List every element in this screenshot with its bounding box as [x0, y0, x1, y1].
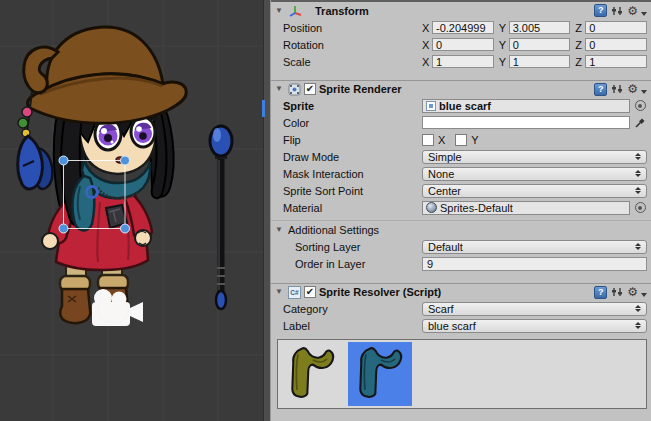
label-dropdown[interactable]: blue scarf: [422, 319, 647, 333]
presets-icon[interactable]: [611, 83, 623, 95]
material-sphere-icon: [426, 202, 437, 213]
order-in-layer-input[interactable]: 9: [422, 257, 647, 271]
panel-divider[interactable]: [263, 0, 271, 421]
component-enabled-checkbox[interactable]: ✔: [304, 286, 316, 298]
flip-y-label: Y: [471, 134, 478, 146]
component-title: Sprite Renderer: [319, 83, 402, 95]
mask-interaction-row: Mask Interaction None: [271, 165, 651, 182]
category-dropdown[interactable]: Scarf: [422, 302, 647, 316]
y-axis-label: Y: [499, 39, 507, 51]
sprite-resolver-header[interactable]: ▼ C# ✔ Sprite Resolver (Script) ? ⚙: [271, 283, 651, 300]
help-icon[interactable]: ?: [594, 286, 607, 299]
color-swatch[interactable]: [422, 116, 630, 129]
green-scarf-sprite: [282, 344, 342, 404]
flip-x-label: X: [438, 134, 445, 146]
transform-row-position: Position X -0.204999 Y 3.005 Z 0: [271, 19, 651, 36]
position-z-input[interactable]: 0: [585, 21, 647, 34]
foldout-icon[interactable]: ▼: [275, 287, 285, 297]
category-row: Category Scarf: [271, 300, 651, 317]
gear-icon[interactable]: ⚙: [627, 286, 638, 298]
mask-interaction-dropdown[interactable]: None: [422, 167, 647, 181]
sprite-thumbnail-icon: [426, 101, 436, 111]
rotation-z-input[interactable]: 0: [585, 38, 647, 51]
component-title: Sprite Resolver (Script): [319, 286, 441, 298]
position-y-input[interactable]: 3.005: [509, 21, 571, 34]
sprite-variant-list: [277, 339, 647, 409]
gear-icon[interactable]: ⚙: [627, 83, 638, 95]
flip-y-checkbox[interactable]: .: [455, 134, 467, 146]
rotation-label: Rotation: [283, 39, 422, 51]
inspector-panel: ▼ Transform ? ⚙ Position X: [271, 0, 651, 421]
mask-interaction-label: Mask Interaction: [283, 168, 422, 180]
draw-mode-label: Draw Mode: [283, 151, 422, 163]
draw-mode-row: Draw Mode Simple: [271, 148, 651, 165]
sprite-row: Sprite blue scarf: [271, 97, 651, 114]
scene-view[interactable]: [0, 0, 263, 421]
component-enabled-checkbox[interactable]: ✔: [304, 83, 316, 95]
object-picker-icon[interactable]: [635, 100, 646, 111]
dropdown-caret-icon: [635, 187, 641, 194]
x-axis-label: X: [422, 39, 430, 51]
transform-header[interactable]: ▼ Transform ? ⚙: [271, 2, 651, 19]
order-in-layer-row: Order in Layer 9: [271, 255, 651, 272]
presets-icon[interactable]: [611, 286, 623, 298]
rotation-y-input[interactable]: 0: [509, 38, 571, 51]
transform-row-scale: Scale X 1 Y 1 Z 1: [271, 53, 651, 70]
scale-y-input[interactable]: 1: [509, 55, 571, 68]
gear-caret-icon: [641, 12, 647, 16]
component-gap: [271, 272, 651, 283]
material-label: Material: [283, 202, 422, 214]
draw-mode-dropdown[interactable]: Simple: [422, 150, 647, 164]
foldout-icon[interactable]: ▼: [275, 6, 285, 16]
foldout-icon[interactable]: ▼: [275, 225, 285, 235]
scale-label: Scale: [283, 56, 422, 68]
object-picker-icon[interactable]: [635, 202, 646, 213]
sprite-sort-point-dropdown[interactable]: Center: [422, 184, 647, 198]
sprite-sort-point-row: Sprite Sort Point Center: [271, 182, 651, 199]
material-object-field[interactable]: Sprites-Default: [422, 201, 630, 215]
sprite-sort-point-label: Sprite Sort Point: [283, 185, 422, 197]
position-x-input[interactable]: -0.204999: [432, 21, 494, 34]
dropdown-caret-icon: [635, 322, 641, 329]
color-label: Color: [283, 117, 422, 129]
help-icon[interactable]: ?: [594, 83, 607, 96]
order-in-layer-label: Order in Layer: [283, 258, 422, 270]
sprite-value: blue scarf: [439, 100, 491, 112]
x-axis-label: X: [422, 22, 430, 34]
eyedropper-icon[interactable]: [634, 117, 646, 129]
component-title: Transform: [315, 5, 369, 17]
z-axis-label: Z: [575, 56, 583, 68]
flip-label: Flip: [283, 134, 422, 146]
sprite-label: Sprite: [283, 100, 422, 112]
category-label: Category: [283, 303, 422, 315]
x-axis-label: X: [422, 56, 430, 68]
y-axis-label: Y: [499, 22, 507, 34]
scale-z-input[interactable]: 1: [585, 55, 647, 68]
presets-icon[interactable]: [611, 5, 623, 17]
dropdown-caret-icon: [635, 153, 641, 160]
help-icon[interactable]: ?: [594, 4, 607, 17]
rotation-x-input[interactable]: 0: [432, 38, 494, 51]
dropdown-caret-icon: [635, 170, 641, 177]
thumbnail-green-scarf[interactable]: [280, 342, 344, 406]
z-axis-label: Z: [575, 39, 583, 51]
label-row: Label blue scarf: [271, 317, 651, 334]
sorting-layer-row: Sorting Layer Default: [271, 238, 651, 255]
position-label: Position: [283, 22, 422, 34]
flip-row: Flip . X . Y: [271, 131, 651, 148]
label-label: Label: [283, 320, 422, 332]
csharp-script-icon: C#: [288, 286, 301, 299]
sprite-renderer-header[interactable]: ▼ ✔ Sprite Renderer ? ⚙: [271, 80, 651, 97]
thumbnail-blue-scarf[interactable]: [348, 342, 412, 406]
unity-editor-window: ▼ Transform ? ⚙ Position X: [0, 0, 651, 421]
sorting-layer-dropdown[interactable]: Default: [422, 240, 647, 254]
transform-icon: [288, 4, 302, 17]
material-row: Material Sprites-Default: [271, 199, 651, 216]
gear-icon[interactable]: ⚙: [627, 5, 638, 17]
additional-settings-foldout[interactable]: ▼ Additional Settings: [271, 220, 651, 238]
foldout-icon[interactable]: ▼: [275, 84, 285, 94]
scale-x-input[interactable]: 1: [432, 55, 494, 68]
component-gap: [271, 70, 651, 80]
flip-x-checkbox[interactable]: .: [422, 134, 434, 146]
sprite-object-field[interactable]: blue scarf: [422, 99, 630, 113]
